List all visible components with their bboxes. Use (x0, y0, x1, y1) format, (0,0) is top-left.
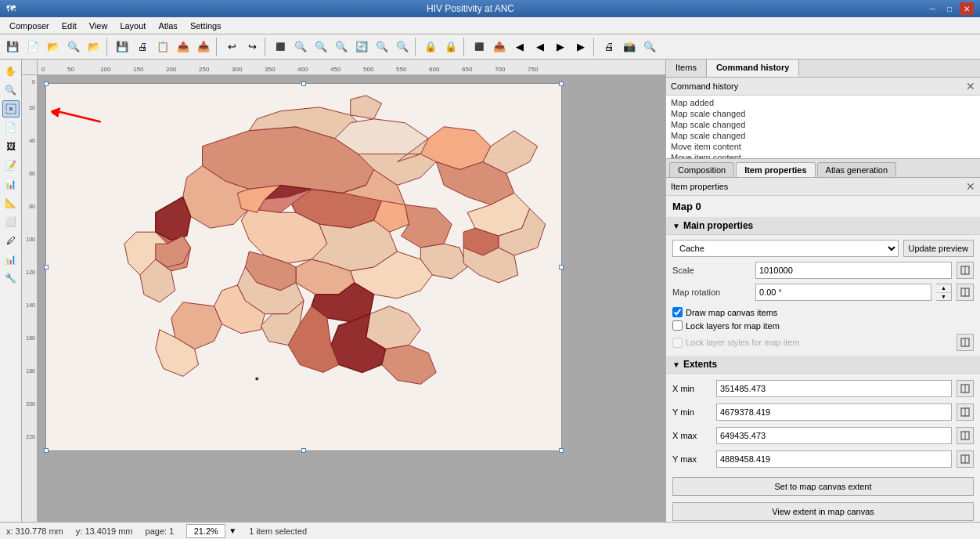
cmd-item-1[interactable]: Map added (669, 97, 977, 108)
update-preview-button[interactable]: Update preview (903, 240, 974, 257)
tb-zoom-full[interactable]: ⬛ (271, 38, 290, 56)
tb-open2[interactable]: 📂 (85, 38, 103, 56)
lt-add-label[interactable]: 📝 (2, 157, 20, 174)
handle-mr[interactable] (559, 265, 564, 270)
xmin-icon-btn[interactable] (957, 380, 974, 397)
menu-settings[interactable]: Settings (184, 20, 228, 32)
tab-atlas-generation[interactable]: Atlas generation (817, 162, 897, 177)
scale-icon-btn[interactable] (957, 262, 974, 279)
tb-next2[interactable]: ▶ (571, 38, 590, 56)
handle-ml[interactable] (44, 265, 49, 270)
menu-layout[interactable]: Layout (113, 20, 152, 32)
tb-new[interactable]: 📄 (23, 38, 42, 56)
lt-select[interactable] (2, 100, 20, 118)
tb-zoom-custom[interactable]: 🔍 (640, 38, 659, 56)
tb-print2[interactable]: 🖨 (600, 38, 618, 56)
xmax-icon-btn[interactable] (957, 427, 974, 444)
tb-export[interactable]: 📤 (174, 38, 193, 56)
handle-bl[interactable] (44, 448, 49, 453)
lt-add-image[interactable]: 🖼 (2, 138, 20, 155)
tb-undo[interactable]: ↩ (222, 38, 241, 56)
cache-select[interactable]: Cache (672, 240, 899, 257)
tb-copy[interactable]: 📋 (153, 38, 172, 56)
rotation-up[interactable]: ▲ (936, 284, 951, 293)
tb-select[interactable]: ⬛ (470, 38, 488, 56)
view-extent-button[interactable]: View extent in map canvas (672, 502, 974, 521)
tb-save[interactable]: 💾 (3, 38, 22, 56)
lock-styles-icon-btn[interactable] (957, 334, 974, 351)
tab-item-properties[interactable]: Item properties (736, 162, 815, 177)
tab-composition[interactable]: Composition (669, 162, 734, 177)
tb-zoom-height[interactable]: 🔍 (393, 38, 412, 56)
xmax-input[interactable] (716, 427, 952, 444)
lt-pan[interactable]: ✋ (2, 63, 20, 80)
canvas-area[interactable]: 0 50 100 150 200 250 300 350 400 450 500… (22, 60, 665, 522)
handle-tm[interactable] (301, 81, 306, 86)
minimize-button[interactable]: ─ (925, 2, 939, 15)
rotation-down[interactable]: ▼ (936, 293, 951, 301)
tb-print[interactable]: 🖨 (133, 38, 152, 56)
menu-atlas[interactable]: Atlas (152, 20, 183, 32)
close-button[interactable]: ✕ (960, 2, 974, 15)
ymax-icon-btn[interactable] (957, 450, 974, 468)
lt-add-shape[interactable]: ⬜ (2, 213, 20, 230)
cmd-history-list[interactable]: Map added Map scale changed Map scale ch… (666, 96, 980, 158)
ymin-icon-btn[interactable] (957, 403, 974, 421)
tb-zoom-width[interactable]: 🔍 (373, 38, 391, 56)
ymax-input[interactable] (716, 450, 952, 468)
set-to-map-canvas-button[interactable]: Set to map canvas extent (672, 477, 974, 496)
tb-screenshot[interactable]: 📸 (620, 38, 639, 56)
cmd-item-4[interactable]: Map scale changed (669, 130, 977, 141)
xmin-input[interactable] (716, 380, 952, 397)
tb-next[interactable]: ▶ (551, 38, 570, 56)
maximize-button[interactable]: □ (942, 2, 957, 15)
lt-add-table[interactable]: 📊 (2, 251, 20, 268)
lt-settings[interactable]: 🔧 (2, 270, 20, 287)
handle-bm[interactable] (301, 448, 306, 453)
tab-items[interactable]: Items (666, 60, 707, 77)
scale-input[interactable] (755, 262, 952, 279)
zoom-dropdown[interactable]: ▼ (229, 526, 236, 535)
tb-refresh[interactable]: 🔄 (352, 38, 371, 56)
lt-zoom[interactable]: 🔍 (2, 81, 20, 99)
tab-command-history[interactable]: Command history (707, 60, 800, 77)
lt-add-scalebar[interactable]: 📐 (2, 194, 20, 212)
lt-add-legend[interactable]: 📊 (2, 175, 20, 193)
cmd-item-3[interactable]: Map scale changed (669, 119, 977, 130)
handle-tl[interactable] (44, 81, 49, 86)
cmd-item-6[interactable]: Move item content (669, 152, 977, 158)
tb-save2[interactable]: 💾 (113, 38, 132, 56)
lock-layers-checkbox[interactable] (672, 320, 683, 331)
draw-canvas-checkbox[interactable] (672, 307, 683, 317)
tb-prev2[interactable]: ◀ (531, 38, 549, 56)
lt-add-map[interactable]: 📄 (2, 119, 20, 136)
tb-lock2[interactable]: 🔒 (441, 38, 460, 56)
menu-edit[interactable]: Edit (56, 20, 83, 32)
menu-view[interactable]: View (83, 20, 114, 32)
rotation-spinner[interactable]: ▲ ▼ (936, 284, 952, 301)
tb-open[interactable]: 📂 (44, 38, 63, 56)
cmd-item-2[interactable]: Map scale changed (669, 108, 977, 119)
item-props-close[interactable]: ✕ (966, 180, 975, 193)
handle-br[interactable] (559, 448, 564, 453)
map-rotation-input[interactable] (755, 284, 931, 301)
tb-import[interactable]: 📥 (194, 38, 213, 56)
map-canvas[interactable] (45, 83, 562, 451)
tb-prev[interactable]: ◀ (510, 38, 529, 56)
cmd-history-close[interactable]: ✕ (966, 80, 975, 92)
tb-move-left[interactable]: 📤 (490, 38, 509, 56)
tb-search[interactable]: 🔍 (64, 38, 83, 56)
cmd-item-5[interactable]: Move item content (669, 141, 977, 152)
tb-zoom-sel[interactable]: 🔍 (332, 38, 351, 56)
zoom-input[interactable] (186, 524, 225, 538)
tb-redo[interactable]: ↪ (243, 38, 261, 56)
lt-add-arrow[interactable]: 🖊 (2, 232, 20, 249)
main-props-label: Main properties (683, 220, 753, 231)
handle-tr[interactable] (559, 81, 564, 86)
ymin-input[interactable] (716, 403, 952, 421)
tb-zoom-out[interactable]: 🔍 (312, 38, 330, 56)
tb-zoom-in[interactable]: 🔍 (291, 38, 310, 56)
menu-composer[interactable]: Composer (3, 20, 56, 32)
rotation-icon-btn[interactable] (957, 284, 974, 301)
tb-lock[interactable]: 🔒 (421, 38, 440, 56)
